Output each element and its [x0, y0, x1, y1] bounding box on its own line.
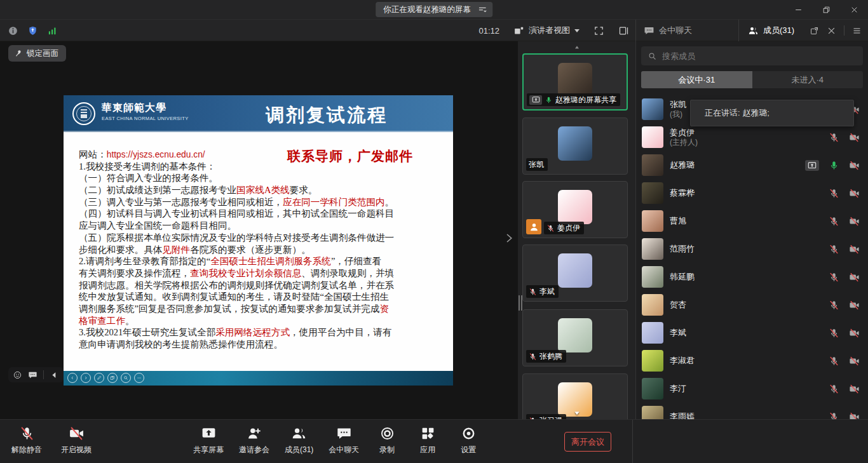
- tab-chat[interactable]: 会中聊天: [636, 20, 739, 41]
- camera-off-icon[interactable]: [849, 244, 860, 255]
- member-row[interactable]: 姜贞伊(主持人): [636, 123, 868, 151]
- toolbar-button-record[interactable]: 录制: [370, 420, 403, 458]
- camera-off-icon[interactable]: [849, 160, 860, 171]
- member-role-label: (我): [670, 110, 686, 119]
- member-row[interactable]: 李斌: [636, 319, 868, 347]
- toolbar-button-invite[interactable]: 邀请参会: [235, 420, 273, 458]
- camera-off-icon[interactable]: [849, 272, 860, 283]
- tab-in-meeting[interactable]: 会议中·31: [641, 71, 752, 88]
- close-panel-icon[interactable]: [827, 26, 836, 36]
- member-name: 李斌: [670, 328, 686, 338]
- member-row[interactable]: 范雨竹: [636, 235, 868, 263]
- view-mode-selector[interactable]: 演讲者视图: [513, 25, 580, 36]
- toolbar-button-share-screen[interactable]: 共享屏幕: [189, 420, 227, 458]
- participant-name: 赵雅璐的屏幕共享: [555, 95, 616, 105]
- video-thumbnail[interactable]: 张凯: [522, 117, 628, 175]
- member-row[interactable]: 李汀: [636, 375, 868, 403]
- member-status-icons: [829, 244, 860, 255]
- video-thumbnail[interactable]: 李斌: [522, 245, 628, 302]
- mic-muted-icon[interactable]: [829, 328, 839, 339]
- camera-off-icon[interactable]: [849, 300, 860, 311]
- security-shield-icon[interactable]: [27, 25, 38, 36]
- mic-muted-icon[interactable]: [829, 412, 839, 420]
- toolbar-button-label: 设置: [461, 445, 476, 455]
- slide-text-segment: ”，仔细查看: [331, 256, 381, 266]
- scroll-up-icon[interactable]: [573, 44, 581, 50]
- fullscreen-icon[interactable]: [593, 25, 604, 36]
- camera-off-icon[interactable]: [849, 384, 860, 394]
- toolbar-button-label: 录制: [379, 445, 395, 455]
- member-row[interactable]: 李雨嫣: [636, 403, 868, 419]
- lock-view-button[interactable]: 锁定画面: [8, 45, 66, 62]
- emoji-reaction-icon[interactable]: [13, 370, 22, 380]
- mic-muted-icon[interactable]: [829, 384, 839, 394]
- member-row[interactable]: 曹旭: [636, 207, 868, 235]
- video-thumbnail[interactable]: 赵雅璐的屏幕共享: [522, 53, 628, 111]
- camera-off-icon[interactable]: [849, 356, 860, 366]
- tab-not-joined[interactable]: 未进入·4: [752, 71, 864, 88]
- slide-text-segment: 有关调剂要求及操作流程，: [79, 268, 190, 278]
- meeting-statusbar: 01:12 演讲者视图 会中聊天 成员(31): [0, 19, 868, 41]
- tab-members[interactable]: 成员(31): [739, 20, 810, 41]
- slide-banner: 華東師範大學 EAST CHINA NORMAL UNIVERSITY 调剂复试…: [64, 95, 453, 132]
- member-text: 李斌: [670, 328, 686, 338]
- slide-text-segment: （四）初试科目与调入专业初试科目相同或相近，其中初试全国统一命题科目: [79, 208, 394, 218]
- search-input[interactable]: [662, 51, 840, 61]
- member-status-icons: [829, 188, 860, 199]
- toolbar-button-mic-off[interactable]: 解除静音: [6, 420, 47, 458]
- minimize-button[interactable]: [784, 0, 812, 19]
- camera-off-icon[interactable]: [849, 188, 860, 199]
- banner-menu-icon[interactable]: [477, 4, 487, 15]
- member-row[interactable]: 蔡霖桦: [636, 179, 868, 207]
- camera-off-icon[interactable]: [849, 132, 860, 143]
- toolbar-button-settings[interactable]: 设置: [452, 420, 485, 458]
- leave-meeting-button[interactable]: 离开会议: [564, 432, 611, 452]
- member-status-icons: [829, 272, 860, 283]
- member-search-box[interactable]: [641, 46, 863, 65]
- toolbar-button-members[interactable]: 成员(31): [281, 420, 317, 458]
- slide-text-segment: 应与调入专业全国统一命题科目相同。: [79, 220, 236, 231]
- member-name: 蔡霖桦: [670, 188, 695, 198]
- toolbar-button-cam-off[interactable]: 开启视频: [56, 420, 97, 458]
- video-thumbnail[interactable]: 姜贞伊: [522, 181, 628, 238]
- screen-share-icon: [805, 160, 819, 171]
- camera-off-icon[interactable]: [849, 328, 860, 339]
- side-panel-icon[interactable]: [618, 25, 629, 36]
- mic-muted-icon[interactable]: [829, 244, 839, 255]
- collapse-left-icon[interactable]: [50, 370, 59, 380]
- slide-text-segment: 3.我校2021年硕士研究生复试全部: [79, 327, 215, 337]
- participant-name: 李斌: [539, 286, 555, 297]
- info-icon[interactable]: [8, 25, 18, 36]
- member-row[interactable]: 贺杏: [636, 291, 868, 319]
- mic-muted-icon[interactable]: [829, 216, 839, 227]
- toolbar-button-chat[interactable]: 会中聊天: [325, 420, 363, 458]
- video-thumbnail[interactable]: 张鹤腾: [522, 309, 628, 366]
- members-icon: [748, 25, 759, 36]
- member-avatar: [642, 154, 663, 176]
- restore-button[interactable]: [812, 0, 840, 19]
- member-row[interactable]: 李淑君: [636, 347, 868, 375]
- slide-text-segment: 意向申请调剂我校的考生提前熟悉操作使用流程。: [79, 339, 283, 349]
- close-button[interactable]: [840, 0, 868, 19]
- member-row[interactable]: 赵雅璐: [636, 151, 868, 179]
- popout-panel-icon[interactable]: [810, 26, 819, 36]
- camera-off-icon[interactable]: [849, 216, 860, 227]
- scroll-down-icon[interactable]: [572, 410, 582, 417]
- mic-off-icon: [19, 426, 35, 441]
- quick-chat-icon[interactable]: [28, 370, 37, 380]
- mic-muted-icon[interactable]: [829, 132, 839, 143]
- camera-off-icon[interactable]: [849, 412, 860, 420]
- network-signal-icon[interactable]: [47, 25, 58, 36]
- expand-thumbnails-chevron[interactable]: [503, 230, 515, 246]
- member-status-icons: [829, 216, 860, 227]
- mic-muted-icon[interactable]: [829, 300, 839, 311]
- toolbar-button-apps[interactable]: 应用: [411, 420, 444, 458]
- mic-muted-icon[interactable]: [829, 272, 839, 283]
- record-icon: [379, 426, 395, 441]
- panel-menu-icon[interactable]: [852, 26, 862, 36]
- mic-muted-icon[interactable]: [829, 356, 839, 366]
- slide-text-segment: ，使用平台为中目，请有: [290, 327, 392, 337]
- member-row[interactable]: 韩延鹏: [636, 263, 868, 291]
- mic-muted-icon[interactable]: [829, 188, 839, 199]
- mic-on-icon[interactable]: [829, 160, 839, 171]
